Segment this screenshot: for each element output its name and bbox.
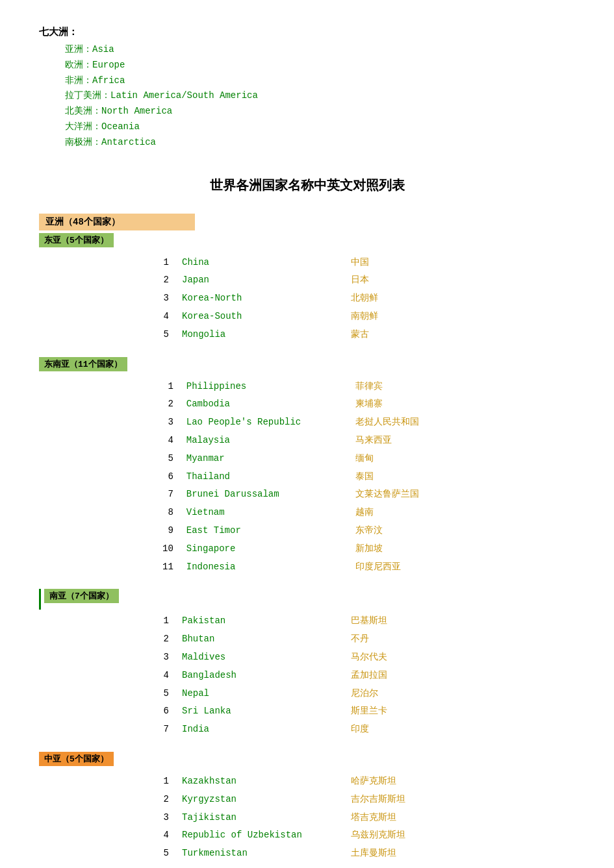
table-row: 3Maldives马尔代夫 (156, 649, 394, 667)
table-row: 3Tajikistan塔吉克斯坦 (156, 809, 412, 827)
country-english: Turkmenistan (175, 845, 344, 863)
country-number: 5 (156, 450, 180, 468)
country-chinese: 哈萨克斯坦 (344, 773, 412, 791)
country-table: 1Kazakhstan哈萨克斯坦2Kyrgyzstan吉尔吉斯斯坦3Tajiki… (156, 773, 412, 863)
country-number: 7 (156, 486, 180, 504)
country-chinese: 柬埔寨 (349, 395, 426, 414)
country-number: 7 (156, 721, 175, 739)
table-row: 4Republic of Uzbekistan乌兹别克斯坦 (156, 826, 412, 845)
table-row: 2Bhutan不丹 (156, 630, 394, 649)
green-bar (39, 589, 41, 610)
country-english: Indonesia (180, 558, 349, 577)
country-english: Republic of Uzbekistan (175, 826, 344, 845)
country-chinese: 日本 (344, 271, 385, 290)
country-number: 3 (156, 290, 175, 308)
country-chinese: 印度 (344, 721, 394, 739)
country-chinese: 斯里兰卡 (344, 702, 394, 721)
country-english: Nepal (175, 685, 344, 703)
country-chinese: 土库曼斯坦 (344, 845, 412, 863)
country-chinese: 乌兹别克斯坦 (344, 826, 412, 845)
country-chinese: 蒙古 (344, 326, 385, 344)
country-english: Singapore (180, 540, 349, 558)
country-english: Thailand (180, 468, 349, 486)
table-row: 7Brunei Darussalam文莱达鲁萨兰国 (156, 486, 426, 504)
country-number: 4 (156, 308, 175, 326)
table-row: 1China中国 (156, 254, 385, 272)
country-number: 2 (156, 271, 175, 290)
country-english: Lao People's Republic (180, 414, 349, 432)
intro-item: 拉丁美洲：Latin America/South America (65, 88, 575, 104)
table-row: 5Nepal尼泊尔 (156, 685, 394, 703)
country-english: Korea-South (175, 308, 344, 326)
table-row: 5Myanmar缅甸 (156, 450, 426, 468)
country-english: Kyrgyzstan (175, 791, 344, 809)
country-chinese: 马尔代夫 (344, 649, 394, 667)
country-number: 5 (156, 326, 175, 344)
table-row: 5Mongolia蒙古 (156, 326, 385, 344)
table-row: 11Indonesia印度尼西亚 (156, 558, 426, 577)
table-row: 10Singapore新加坡 (156, 540, 426, 558)
country-number: 2 (156, 791, 175, 809)
country-number: 4 (156, 432, 180, 450)
country-english: Myanmar (180, 450, 349, 468)
intro-item: 北美洲：North America (65, 104, 575, 119)
intro-title: 七大洲： (39, 26, 575, 38)
country-english: Mongolia (175, 326, 344, 344)
country-chinese: 菲律宾 (349, 378, 426, 396)
intro-item: 大洋洲：Oceania (65, 119, 575, 135)
region-header: 亚洲（48个国家） (39, 214, 195, 230)
table-row: 2Kyrgyzstan吉尔吉斯斯坦 (156, 791, 412, 809)
table-row: 9East Timor东帝汶 (156, 522, 426, 540)
table-row: 4Malaysia马来西亚 (156, 432, 426, 450)
table-row: 3Lao People's Republic老挝人民共和国 (156, 414, 426, 432)
country-english: Korea-North (175, 290, 344, 308)
intro-item: 非洲：Africa (65, 73, 575, 89)
country-english: Pakistan (175, 612, 344, 630)
country-number: 2 (156, 395, 180, 414)
main-content: 亚洲（48个国家）东亚（5个国家）1China中国2Japan日本3Korea-… (39, 214, 575, 868)
country-english: Malaysia (180, 432, 349, 450)
country-chinese: 马来西亚 (349, 432, 426, 450)
subregion-bar-wrapper: 南亚（7个国家） (39, 589, 575, 610)
country-english: Philippines (180, 378, 349, 396)
country-english: Sri Lanka (175, 702, 344, 721)
country-table: 1China中国2Japan日本3Korea-North北朝鲜4Korea-So… (156, 254, 385, 344)
country-number: 3 (156, 414, 180, 432)
country-chinese: 老挝人民共和国 (349, 414, 426, 432)
country-chinese: 南朝鲜 (344, 308, 385, 326)
table-row: 7India印度 (156, 721, 394, 739)
country-english: China (175, 254, 344, 272)
country-chinese: 尼泊尔 (344, 685, 394, 703)
country-number: 1 (156, 773, 175, 791)
country-chinese: 吉尔吉斯斯坦 (344, 791, 412, 809)
country-english: Kazakhstan (175, 773, 344, 791)
country-number: 6 (156, 468, 180, 486)
country-english: Cambodia (180, 395, 349, 414)
table-row: 1Kazakhstan哈萨克斯坦 (156, 773, 412, 791)
table-row: 2Cambodia柬埔寨 (156, 395, 426, 414)
country-english: Japan (175, 271, 344, 290)
country-number: 4 (156, 667, 175, 685)
subregion-container: 中亚（5个国家）1Kazakhstan哈萨克斯坦2Kyrgyzstan吉尔吉斯斯… (39, 752, 575, 863)
country-chinese: 印度尼西亚 (349, 558, 426, 577)
country-chinese: 缅甸 (349, 450, 426, 468)
subregion-header: 东南亚（11个国家） (39, 357, 127, 371)
country-number: 1 (156, 612, 175, 630)
intro-item: 南极洲：Antarctica (65, 135, 575, 151)
table-row: 1Philippines菲律宾 (156, 378, 426, 396)
country-number: 1 (156, 378, 180, 396)
country-number: 9 (156, 522, 180, 540)
country-number: 8 (156, 504, 180, 522)
subregion-header: 中亚（5个国家） (39, 752, 114, 766)
country-number: 6 (156, 702, 175, 721)
country-english: India (175, 721, 344, 739)
country-english: Brunei Darussalam (180, 486, 349, 504)
country-table: 1Pakistan巴基斯坦2Bhutan不丹3Maldives马尔代夫4Bang… (156, 612, 394, 739)
table-row: 5Turkmenistan土库曼斯坦 (156, 845, 412, 863)
country-chinese: 孟加拉国 (344, 667, 394, 685)
country-table: 1Philippines菲律宾2Cambodia柬埔寨3Lao People's… (156, 378, 426, 577)
table-row: 8Vietnam越南 (156, 504, 426, 522)
country-chinese: 不丹 (344, 630, 394, 649)
country-number: 4 (156, 826, 175, 845)
country-number: 1 (156, 254, 175, 272)
